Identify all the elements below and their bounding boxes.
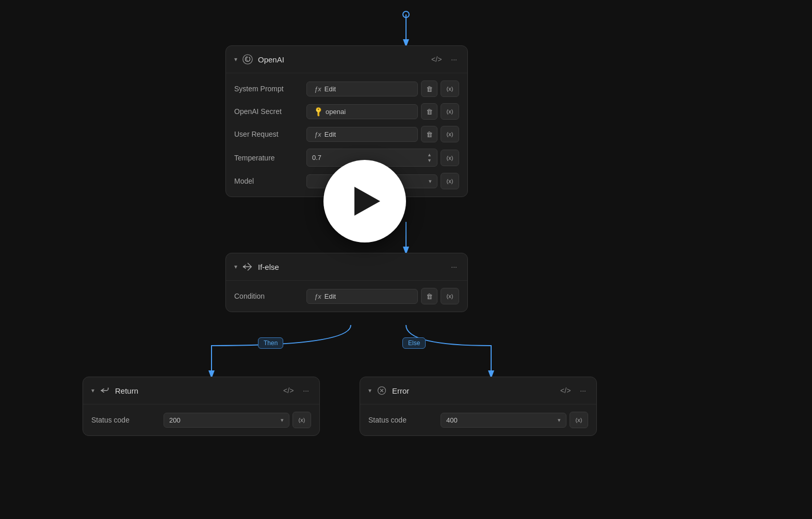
openai-secret-control: 🔑 openai 🗑 (x) — [306, 103, 459, 120]
ifelse-header-actions: ··· — [449, 262, 459, 272]
ifelse-node: ▾ If-else ··· Condition ƒx Edit — [225, 253, 468, 312]
openai-secret-label: OpenAI Secret — [234, 107, 301, 116]
error-status-var-btn[interactable]: (x) — [570, 412, 588, 428]
system-prompt-row: System Prompt ƒx Edit 🗑 (x) — [234, 80, 459, 97]
model-var-btn[interactable]: (x) — [441, 173, 459, 189]
else-label: Else — [402, 338, 426, 347]
user-request-edit-btn[interactable]: ƒx Edit — [306, 127, 418, 142]
error-status-chevron: ▾ — [558, 417, 561, 424]
error-code-btn[interactable]: </> — [558, 385, 573, 396]
return-icon — [99, 384, 111, 397]
error-header-actions: </> ··· — [558, 385, 588, 396]
return-status-chevron: ▾ — [281, 417, 284, 424]
return-header: ▾ Return </> ··· — [83, 377, 319, 404]
system-prompt-label: System Prompt — [234, 85, 301, 93]
return-header-actions: </> ··· — [281, 385, 311, 396]
openai-header: ▾ OpenAI </> ··· — [226, 46, 467, 73]
error-status-label: Status code — [368, 416, 435, 424]
return-collapse-btn[interactable]: ▾ — [91, 387, 94, 394]
condition-label: Condition — [234, 292, 301, 300]
openai-icon — [241, 53, 254, 66]
model-chevron: ▾ — [429, 178, 432, 185]
svg-point-3 — [243, 55, 252, 64]
fx-icon-1: ƒx — [314, 85, 321, 93]
error-status-select[interactable]: 400 ▾ — [441, 413, 566, 428]
openai-collapse-btn[interactable]: ▾ — [234, 56, 237, 63]
ifelse-icon — [241, 261, 254, 273]
error-body: Status code 400 ▾ (x) — [360, 404, 596, 435]
return-title: Return — [115, 386, 277, 395]
ifelse-title: If-else — [258, 263, 445, 271]
return-status-select[interactable]: 200 ▾ — [164, 413, 289, 428]
condition-control: ƒx Edit 🗑 (x) — [306, 288, 459, 304]
system-prompt-control: ƒx Edit 🗑 (x) — [306, 80, 459, 97]
model-label: Model — [234, 177, 301, 185]
fx-icon-3: ƒx — [314, 293, 321, 300]
return-code-btn[interactable]: </> — [281, 385, 296, 396]
openai-secret-row: OpenAI Secret 🔑 openai 🗑 (x) — [234, 103, 459, 120]
temperature-label: Temperature — [234, 154, 301, 162]
condition-var-btn[interactable]: (x) — [441, 288, 459, 304]
openai-secret-btn[interactable]: 🔑 openai — [306, 104, 418, 119]
return-status-var-btn[interactable]: (x) — [293, 412, 311, 428]
error-header: ▾ Error </> ··· — [360, 377, 596, 404]
error-status-control: 400 ▾ (x) — [441, 412, 588, 428]
ifelse-body: Condition ƒx Edit 🗑 (x) — [226, 281, 467, 312]
workflow-canvas: Then Else ▾ OpenAI </> ··· System Pr — [0, 0, 812, 519]
error-status-row: Status code 400 ▾ (x) — [368, 412, 588, 428]
return-body: Status code 200 ▾ (x) — [83, 404, 319, 435]
svg-point-0 — [403, 11, 409, 18]
error-title: Error — [392, 386, 554, 395]
system-prompt-delete-btn[interactable]: 🗑 — [421, 80, 437, 97]
openai-more-btn[interactable]: ··· — [449, 54, 459, 64]
play-icon — [354, 187, 380, 216]
return-status-control: 200 ▾ (x) — [164, 412, 311, 428]
condition-row: Condition ƒx Edit 🗑 (x) — [234, 288, 459, 304]
return-status-row: Status code 200 ▾ (x) — [91, 412, 311, 428]
openai-secret-delete-btn[interactable]: 🗑 — [421, 103, 437, 120]
ifelse-collapse-btn[interactable]: ▾ — [234, 263, 237, 270]
user-request-row: User Request ƒx Edit 🗑 (x) — [234, 126, 459, 142]
system-prompt-var-btn[interactable]: (x) — [441, 80, 459, 97]
error-more-btn[interactable]: ··· — [578, 385, 588, 396]
openai-code-btn[interactable]: </> — [429, 54, 444, 64]
openai-header-actions: </> ··· — [429, 54, 459, 64]
error-collapse-btn[interactable]: ▾ — [368, 387, 371, 394]
temperature-stepper[interactable]: ▲ ▼ — [427, 152, 432, 163]
fx-icon-2: ƒx — [314, 131, 321, 138]
return-status-label: Status code — [91, 416, 158, 424]
temperature-var-btn[interactable]: (x) — [441, 150, 459, 166]
user-request-delete-btn[interactable]: 🗑 — [421, 126, 437, 142]
error-icon — [376, 384, 388, 397]
key-icon: 🔑 — [313, 106, 324, 117]
user-request-control: ƒx Edit 🗑 (x) — [306, 126, 459, 142]
openai-secret-var-btn[interactable]: (x) — [441, 103, 459, 120]
return-more-btn[interactable]: ··· — [301, 385, 311, 396]
condition-delete-btn[interactable]: 🗑 — [421, 288, 437, 304]
play-button[interactable] — [323, 160, 406, 242]
then-label: Then — [258, 338, 283, 347]
openai-title: OpenAI — [258, 55, 425, 64]
user-request-var-btn[interactable]: (x) — [441, 126, 459, 142]
ifelse-more-btn[interactable]: ··· — [449, 262, 459, 272]
error-node: ▾ Error </> ··· Status code 400 — [360, 377, 597, 436]
ifelse-header: ▾ If-else ··· — [226, 253, 467, 281]
return-node: ▾ Return </> ··· Status code 200 ▾ — [83, 377, 320, 436]
system-prompt-edit-btn[interactable]: ƒx Edit — [306, 82, 418, 96]
condition-edit-btn[interactable]: ƒx Edit — [306, 289, 418, 304]
user-request-label: User Request — [234, 130, 301, 138]
